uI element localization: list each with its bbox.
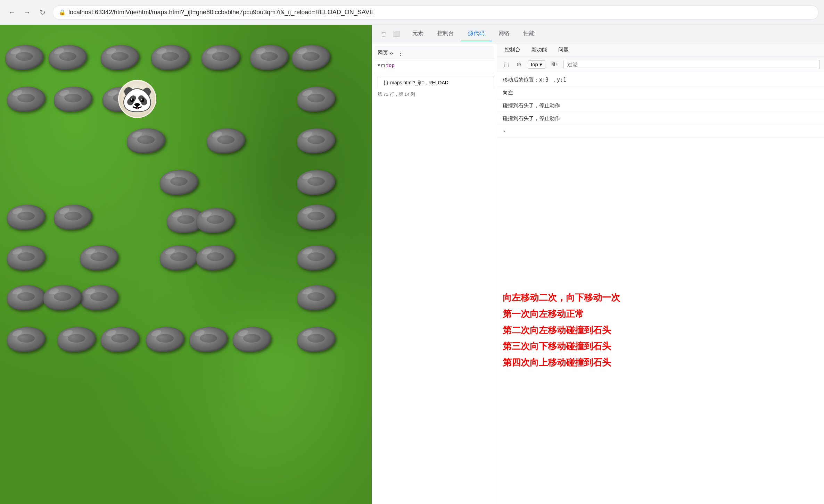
annotation-line: 第三次向下移动碰撞到石头 <box>503 338 818 354</box>
console-expand-icon[interactable]: › <box>497 125 824 138</box>
console-messages: 移动后的位置：x:3 ，y:1 向左 碰撞到石头了，停止动作 碰撞到石头了，停止… <box>497 72 824 284</box>
console-msg-0: 移动后的位置：x:3 ，y:1 <box>497 74 824 86</box>
dom-node-name: top <box>386 62 395 68</box>
tab-network[interactable]: 网络 <box>492 26 517 41</box>
console-msg-3: 碰撞到石头了，停止动作 <box>497 112 824 125</box>
devtools-top-tabs: ⬚ ⬜ 元素 控制台 源代码 网络 性能 <box>372 25 824 43</box>
panel-toggle-button[interactable]: ⬚ <box>501 60 511 69</box>
forward-button[interactable]: → <box>21 6 33 19</box>
back-button[interactable]: ← <box>6 6 18 19</box>
dom-panel: 网页 ›› ⋮ ▼ □ top { } maps.html?_ijt=...RE… <box>372 43 497 504</box>
subtab-new-features[interactable]: 新功能 <box>527 45 552 54</box>
dropdown-arrow-icon: ▾ <box>539 61 542 68</box>
context-selector[interactable]: top ▾ <box>528 60 545 69</box>
refresh-button[interactable]: ↻ <box>36 6 49 19</box>
annotation-line: 第二次向左移动碰撞到石头 <box>503 322 818 338</box>
source-file-area: { } maps.html?_ijt=...RELOAD 第 71 行，第 14… <box>375 73 494 100</box>
console-msg-1: 向左 <box>497 86 824 99</box>
main-content: ⬚ ⬜ 元素 控制台 源代码 网络 性能 网页 ›› ⋮ <box>0 25 824 504</box>
page-nav-item[interactable]: 网页 ›› <box>378 50 393 56</box>
url-text: localhost:63342/htmlVue/html/maps.html?_… <box>68 9 374 16</box>
filter-input[interactable] <box>563 60 820 69</box>
lock-icon: 🔒 <box>59 9 66 16</box>
dom-icon: □ <box>381 62 384 68</box>
subtab-issues[interactable]: 问题 <box>553 45 574 54</box>
panda-face <box>119 81 155 117</box>
eye-button[interactable]: 👁 <box>550 60 559 69</box>
console-subtabs: 控制台 新功能 问题 <box>497 43 824 57</box>
devtools-panel: ⬚ ⬜ 元素 控制台 源代码 网络 性能 网页 ›› ⋮ <box>372 25 824 504</box>
tab-console[interactable]: 控制台 <box>430 26 461 41</box>
console-panel: 控制台 新功能 问题 ⬚ ⊘ top ▾ 👁 <box>497 43 824 504</box>
subtab-console[interactable]: 控制台 <box>500 45 525 54</box>
expand-arrow-icon: ▼ <box>378 63 380 68</box>
inspect-icon[interactable]: ⬚ <box>379 29 389 39</box>
annotation-line: 第四次向上移动碰撞到石头 <box>503 354 818 371</box>
console-msg-2: 碰撞到石头了，停止动作 <box>497 99 824 112</box>
source-location: 第 71 行，第 14 列 <box>375 89 494 100</box>
page-nav-label: 网页 <box>378 50 388 56</box>
source-file-name: maps.html?_ijt=...RELOAD <box>390 80 448 85</box>
source-location-text: 第 71 行，第 14 列 <box>378 92 415 97</box>
more-button[interactable]: ⋮ <box>396 48 405 58</box>
page-nav-bar: 网页 ›› ⋮ <box>375 46 494 60</box>
dom-tree-item-top[interactable]: ▼ □ top <box>375 60 494 70</box>
chevron-right-icon: ›› <box>389 50 393 56</box>
file-code-icon: { } <box>384 80 388 85</box>
console-toolbar-left: ⬚ ⊘ <box>501 60 524 69</box>
game-area[interactable] <box>0 25 372 504</box>
annotation-line: 第一次向左移动正常 <box>503 306 818 322</box>
prohibit-button[interactable]: ⊘ <box>514 60 524 69</box>
annotation-text: 向左移动二次，向下移动一次第一次向左移动正常第二次向左移动碰撞到石头第三次向下移… <box>503 289 818 371</box>
nav-buttons: ← → ↻ <box>6 6 49 19</box>
devtools-body: 网页 ›› ⋮ ▼ □ top { } maps.html?_ijt=...RE… <box>372 43 824 504</box>
devtools-icon-buttons: ⬚ ⬜ <box>375 26 405 42</box>
annotation-line: 向左移动二次，向下移动一次 <box>503 289 818 306</box>
panda-character <box>118 80 156 118</box>
tab-elements[interactable]: 元素 <box>405 26 430 41</box>
browser-chrome: ← → ↻ 🔒 localhost:63342/htmlVue/html/map… <box>0 0 824 25</box>
source-file-tab[interactable]: { } maps.html?_ijt=...RELOAD <box>378 76 494 89</box>
tab-performance[interactable]: 性能 <box>517 26 542 41</box>
console-toolbar: ⬚ ⊘ top ▾ 👁 <box>497 57 824 72</box>
tab-sources[interactable]: 源代码 <box>461 26 492 41</box>
context-label: top <box>531 61 538 67</box>
device-icon[interactable]: ⬜ <box>392 29 401 39</box>
address-bar[interactable]: 🔒 localhost:63342/htmlVue/html/maps.html… <box>53 5 818 20</box>
annotation-section: 向左移动二次，向下移动一次第一次向左移动正常第二次向左移动碰撞到石头第三次向下移… <box>497 284 824 504</box>
